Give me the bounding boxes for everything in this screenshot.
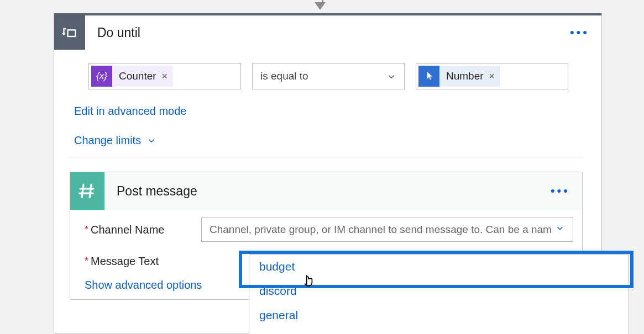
do-until-menu-button[interactable]: •••	[570, 25, 589, 40]
variable-icon: {x}	[91, 66, 112, 87]
edit-advanced-mode-link[interactable]: Edit in advanced mode	[74, 103, 601, 126]
token-label: Number	[446, 70, 484, 82]
required-star-icon: *	[85, 224, 88, 236]
chevron-down-icon	[146, 136, 156, 146]
channel-name-row: * Channel Name Channel, private group, o…	[70, 210, 582, 242]
change-limits-link[interactable]: Change limits	[74, 126, 601, 157]
dropdown-option-discord[interactable]: discord	[249, 279, 629, 303]
dropdown-option-general[interactable]: general	[249, 303, 629, 327]
do-until-title: Do until	[97, 25, 140, 40]
variable-token-counter[interactable]: {x} Counter ×	[91, 66, 173, 87]
operator-label: is equal to	[260, 70, 308, 82]
condition-row: {x} Counter × is equal to Number ×	[54, 50, 601, 89]
token-remove-button[interactable]: ×	[489, 71, 495, 82]
dropdown-option-budget[interactable]: budget	[249, 255, 629, 279]
chevron-down-icon	[555, 224, 565, 236]
channel-name-label: Channel Name	[91, 224, 201, 236]
channel-name-placeholder: Channel, private group, or IM channel to…	[210, 224, 552, 236]
channel-name-select[interactable]: Channel, private group, or IM channel to…	[201, 218, 573, 242]
svg-line-1	[82, 185, 83, 198]
pointer-icon	[418, 66, 439, 87]
channel-name-dropdown: budget discord general random	[249, 254, 629, 334]
slack-hash-icon	[70, 172, 104, 210]
input-token-number[interactable]: Number ×	[418, 66, 500, 87]
message-text-label: Message Text	[91, 255, 201, 268]
required-star-icon: *	[85, 256, 88, 267]
condition-right-input[interactable]: Number ×	[416, 63, 568, 89]
divider	[66, 157, 582, 157]
change-limits-label: Change limits	[74, 134, 141, 147]
post-message-title: Post message	[117, 184, 197, 199]
condition-left-input[interactable]: {x} Counter ×	[88, 63, 241, 89]
post-message-menu-button[interactable]: •••	[551, 184, 570, 198]
do-until-header[interactable]: Do until •••	[54, 15, 601, 50]
post-message-header[interactable]: Post message •••	[70, 172, 582, 210]
chevron-down-icon	[386, 72, 395, 81]
flow-arrow-down-icon	[320, 0, 326, 10]
svg-line-2	[90, 185, 91, 198]
do-until-icon	[54, 15, 85, 50]
svg-rect-0	[68, 30, 76, 36]
token-remove-button[interactable]: ×	[162, 71, 168, 82]
dropdown-option-random[interactable]: random	[249, 327, 629, 334]
do-until-card: Do until ••• {x} Counter × is equal to N…	[54, 13, 602, 333]
token-label: Counter	[119, 70, 156, 82]
condition-operator-select[interactable]: is equal to	[252, 63, 405, 89]
